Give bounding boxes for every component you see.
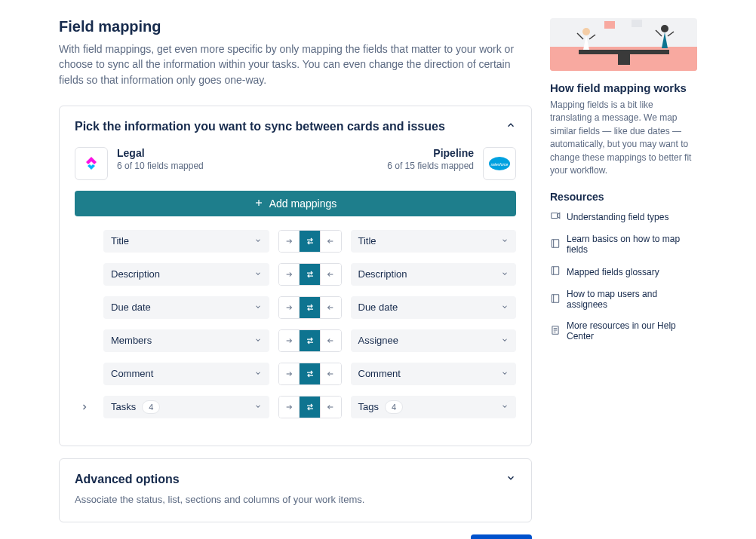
resource-link[interactable]: Learn basics on how to map fields xyxy=(550,234,697,255)
plus-icon xyxy=(254,198,263,210)
right-field-label: Tags xyxy=(358,401,379,412)
mapping-panel: Pick the information you want to sync be… xyxy=(59,106,532,446)
left-app-name: Legal xyxy=(117,147,204,159)
svg-marker-40 xyxy=(558,213,560,219)
direction-right-button[interactable] xyxy=(279,330,300,351)
svg-line-35 xyxy=(656,30,662,36)
left-field-select[interactable]: Description xyxy=(103,263,269,286)
chevron-down-icon xyxy=(501,335,509,346)
svg-rect-38 xyxy=(632,20,642,27)
right-field-select[interactable]: Tags4 xyxy=(351,396,517,418)
clickup-logo-icon xyxy=(75,147,108,180)
mapping-row: Tasks4Tags4 xyxy=(75,396,516,418)
side-how-title: How field mapping works xyxy=(550,81,697,94)
mapping-panel-header[interactable]: Pick the information you want to sync be… xyxy=(75,120,516,133)
right-field-label: Comment xyxy=(358,368,401,379)
chevron-down-icon xyxy=(254,268,262,280)
left-field-select[interactable]: Title xyxy=(103,230,269,253)
chevron-down-icon xyxy=(501,368,509,379)
direction-both-button[interactable] xyxy=(300,264,321,285)
resource-icon xyxy=(550,238,561,251)
left-field-label: Description xyxy=(111,268,160,280)
chevron-down-icon xyxy=(254,302,262,313)
svg-point-34 xyxy=(661,25,668,32)
direction-both-button[interactable] xyxy=(300,397,321,418)
left-field-select[interactable]: Members xyxy=(103,329,269,352)
chevron-down-icon xyxy=(254,235,262,247)
add-mappings-button[interactable]: Add mappings xyxy=(75,191,516,216)
direction-both-button[interactable] xyxy=(300,231,321,252)
right-app-name: Pipeline xyxy=(387,147,474,159)
chevron-down-icon xyxy=(501,268,509,280)
right-app: salesforce Pipeline 6 of 15 fields mappe… xyxy=(387,147,516,180)
direction-right-button[interactable] xyxy=(279,297,300,318)
direction-both-button[interactable] xyxy=(300,297,321,318)
direction-left-button[interactable] xyxy=(321,297,341,318)
direction-right-button[interactable] xyxy=(279,264,300,285)
advanced-panel-header[interactable]: Advanced options xyxy=(75,473,516,486)
chevron-down-icon xyxy=(501,401,509,412)
mapping-row: DescriptionDescription xyxy=(75,263,516,286)
hero-illustration xyxy=(550,18,697,71)
right-field-select[interactable]: Due date xyxy=(351,296,517,319)
resource-link-label: Mapped fields glossary xyxy=(567,267,659,277)
side-resources-title: Resources xyxy=(550,191,697,203)
page-title: Field mapping xyxy=(59,18,532,35)
left-field-count: 4 xyxy=(142,400,160,414)
left-field-label: Tasks xyxy=(111,401,136,412)
resource-icon xyxy=(550,210,561,223)
right-field-select[interactable]: Comment xyxy=(351,363,517,385)
confirm-button[interactable]: Confirm xyxy=(471,534,532,539)
right-field-select[interactable]: Assignee xyxy=(351,329,517,352)
direction-left-button[interactable] xyxy=(321,231,341,252)
mapping-row: CommentComment xyxy=(75,363,516,385)
resource-icon xyxy=(550,325,561,338)
direction-left-button[interactable] xyxy=(321,264,341,285)
direction-right-button[interactable] xyxy=(279,363,300,384)
direction-left-button[interactable] xyxy=(321,330,341,351)
svg-rect-30 xyxy=(618,54,630,65)
right-field-label: Assignee xyxy=(358,335,398,346)
direction-left-button[interactable] xyxy=(321,397,341,418)
right-field-label: Title xyxy=(358,235,376,247)
resource-link[interactable]: How to map users and assignees xyxy=(550,289,697,310)
direction-left-button[interactable] xyxy=(321,363,341,384)
svg-text:salesforce: salesforce xyxy=(491,162,509,167)
direction-both-button[interactable] xyxy=(300,363,321,384)
resource-link-label: Learn basics on how to map fields xyxy=(567,234,697,255)
right-field-select[interactable]: Title xyxy=(351,230,517,253)
left-field-label: Due date xyxy=(111,302,151,313)
svg-rect-39 xyxy=(552,213,558,219)
left-app-meta: 6 of 10 fields mapped xyxy=(117,161,204,171)
svg-line-36 xyxy=(668,32,674,36)
left-field-select[interactable]: Tasks4 xyxy=(103,396,269,418)
left-field-label: Title xyxy=(111,235,129,247)
direction-both-button[interactable] xyxy=(300,330,321,351)
resource-icon xyxy=(550,293,561,306)
svg-line-32 xyxy=(577,33,583,39)
advanced-desc: Associate the status, list, sections and… xyxy=(75,494,516,505)
resource-link-label: How to map users and assignees xyxy=(567,289,697,310)
resource-link[interactable]: More resources in our Help Center xyxy=(550,320,697,341)
direction-toggle xyxy=(278,230,342,253)
salesforce-logo-icon: salesforce xyxy=(483,147,516,180)
add-mappings-label: Add mappings xyxy=(269,198,337,210)
direction-toggle xyxy=(278,329,342,352)
mapping-row: Due dateDue date xyxy=(75,296,516,319)
direction-right-button[interactable] xyxy=(279,231,300,252)
direction-right-button[interactable] xyxy=(279,397,300,418)
resource-link[interactable]: Understanding field types xyxy=(550,210,697,223)
expand-row-icon[interactable] xyxy=(75,403,94,412)
direction-toggle xyxy=(278,296,342,319)
page-subtitle: With field mappings, get even more speci… xyxy=(59,41,519,87)
svg-rect-29 xyxy=(579,50,669,54)
resource-link[interactable]: Mapped fields glossary xyxy=(550,265,697,278)
direction-toggle xyxy=(278,263,342,286)
mapping-row: MembersAssignee xyxy=(75,329,516,352)
right-field-label: Due date xyxy=(358,302,398,313)
left-field-select[interactable]: Comment xyxy=(103,363,269,385)
svg-rect-43 xyxy=(552,267,558,275)
chevron-down-icon xyxy=(501,302,509,313)
left-field-select[interactable]: Due date xyxy=(103,296,269,319)
right-field-select[interactable]: Description xyxy=(351,263,517,286)
